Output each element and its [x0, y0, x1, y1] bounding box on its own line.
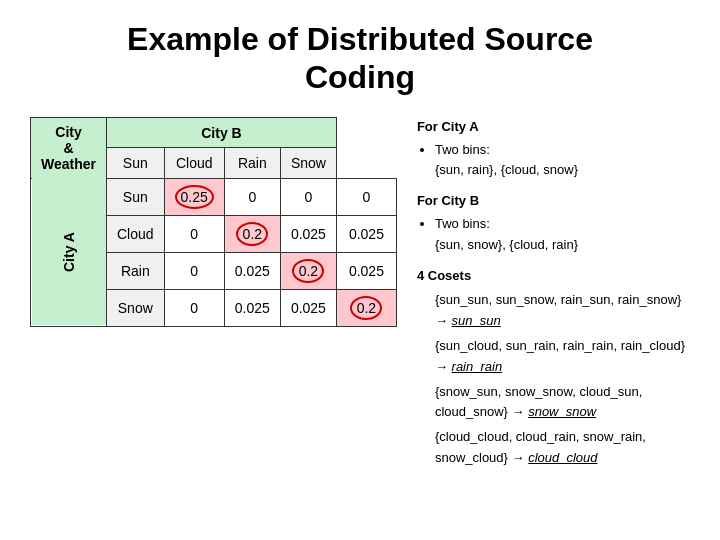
for-city-a-title: For City A: [417, 117, 690, 138]
row-header-cloud: Cloud: [106, 215, 164, 252]
distribution-table: City&Weather City B Sun Cloud Rain Snow …: [30, 117, 397, 327]
table-cell: 0.025: [224, 252, 280, 289]
coset-item-0: {sun_sun, sun_snow, rain_sun, rain_snow}…: [435, 290, 690, 332]
content-area: City&Weather City B Sun Cloud Rain Snow …: [30, 117, 690, 520]
for-city-a-bullet: Two bins: {sun, rain}, {cloud, snow}: [435, 140, 690, 182]
row-header-snow: Snow: [106, 289, 164, 326]
cityb-header: City B: [106, 117, 336, 148]
table-cell: 0: [280, 178, 336, 215]
table-cell: 0.2: [280, 252, 336, 289]
col-header-cloud: Cloud: [164, 148, 224, 179]
table-area: City&Weather City B Sun Cloud Rain Snow …: [30, 117, 397, 520]
coset-item-2: {snow_sun, snow_snow, cloud_sun, cloud_s…: [435, 382, 690, 424]
table-cell: 0.2: [224, 215, 280, 252]
table-cell: 0.2: [336, 289, 396, 326]
coset-item-3: {cloud_cloud, cloud_rain, snow_rain, sno…: [435, 427, 690, 469]
coset-item-1: {sun_cloud, sun_rain, rain_rain, rain_cl…: [435, 336, 690, 378]
table-cell: 0.025: [336, 252, 396, 289]
table-cell: 0: [164, 289, 224, 326]
corner-cell: City&Weather: [31, 117, 107, 178]
table-cell: 0: [224, 178, 280, 215]
table-cell: 0.25: [164, 178, 224, 215]
for-city-b-bullet: Two bins: {sun, snow}, {cloud, rain}: [435, 214, 690, 256]
table-cell: 0.025: [280, 289, 336, 326]
table-cell: 0.025: [336, 215, 396, 252]
cosets-list: {sun_sun, sun_snow, rain_sun, rain_snow}…: [417, 290, 690, 468]
col-header-sun: Sun: [106, 148, 164, 179]
table-cell: 0: [164, 215, 224, 252]
table-cell: 0.025: [224, 289, 280, 326]
row-header-rain: Rain: [106, 252, 164, 289]
table-cell: 0.025: [280, 215, 336, 252]
table-cell: 0: [164, 252, 224, 289]
col-header-snow: Snow: [280, 148, 336, 179]
table-cell: 0: [336, 178, 396, 215]
page-title: Example of Distributed Source Coding: [30, 20, 690, 97]
side-text: For City A Two bins: {sun, rain}, {cloud…: [417, 117, 690, 520]
col-header-rain: Rain: [224, 148, 280, 179]
for-city-b-title: For City B: [417, 191, 690, 212]
cosets-title: 4 Cosets: [417, 266, 690, 287]
citya-header: City A: [31, 178, 107, 326]
page: Example of Distributed Source Coding Cit…: [0, 0, 720, 540]
row-header-sun: Sun: [106, 178, 164, 215]
